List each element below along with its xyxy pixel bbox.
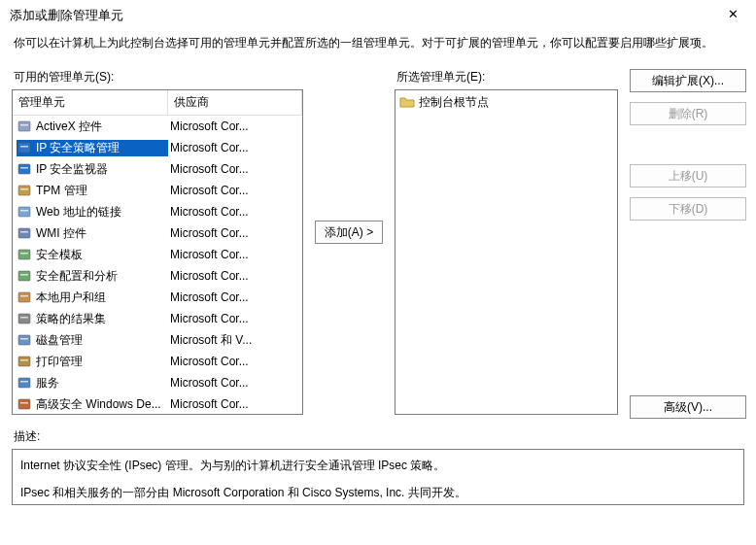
available-list[interactable]: 管理单元 供应商 ActiveX 控件Microsoft Cor...IP 安全… xyxy=(12,89,303,415)
list-item[interactable]: 服务Microsoft Cor... xyxy=(13,372,302,393)
item-vendor: Microsoft 和 V... xyxy=(168,332,298,349)
item-name: 服务 xyxy=(36,375,59,392)
users-icon xyxy=(17,290,32,305)
item-name: 安全配置和分析 xyxy=(36,268,118,285)
description-box: Internet 协议安全性 (IPsec) 管理。为与别的计算机进行安全通讯管… xyxy=(12,449,744,505)
titlebar: 添加或删除管理单元 ✕ xyxy=(0,0,756,27)
item-vendor: Microsoft Cor... xyxy=(168,355,298,368)
svg-rect-3 xyxy=(20,146,28,148)
svg-rect-2 xyxy=(18,143,30,153)
svg-rect-0 xyxy=(18,121,30,131)
svg-rect-4 xyxy=(18,164,30,174)
close-button[interactable]: ✕ xyxy=(719,6,746,25)
list-item[interactable]: 磁盘管理Microsoft 和 V... xyxy=(13,329,302,351)
item-name: WMI 控件 xyxy=(36,225,86,242)
list-item[interactable]: IP 安全策略管理Microsoft Cor... xyxy=(13,137,302,158)
item-vendor: Microsoft Cor... xyxy=(168,226,298,240)
svg-rect-25 xyxy=(20,381,28,383)
item-name: 策略的结果集 xyxy=(36,311,106,327)
svg-rect-5 xyxy=(20,167,28,169)
list-item[interactable]: 本地用户和组Microsoft Cor... xyxy=(13,287,302,308)
list-item[interactable]: IP 安全监视器Microsoft Cor... xyxy=(13,158,302,180)
svg-rect-9 xyxy=(20,210,28,212)
item-name: ActiveX 控件 xyxy=(36,119,102,135)
svg-rect-1 xyxy=(20,124,28,126)
header-name[interactable]: 管理单元 xyxy=(13,90,168,115)
svg-rect-8 xyxy=(18,207,30,217)
header-vendor[interactable]: 供应商 xyxy=(168,90,302,115)
svg-rect-14 xyxy=(18,271,30,281)
svg-rect-16 xyxy=(18,292,30,302)
item-name: IP 安全监视器 xyxy=(36,161,108,178)
services-icon xyxy=(17,375,32,391)
list-item[interactable]: 安全配置和分析Microsoft Cor... xyxy=(13,265,302,287)
item-vendor: Microsoft Cor... xyxy=(168,376,298,390)
item-name: IP 安全策略管理 xyxy=(36,140,120,156)
add-button[interactable]: 添加(A) > xyxy=(315,221,383,244)
link-icon xyxy=(17,204,32,220)
svg-rect-26 xyxy=(18,399,30,409)
item-name: 本地用户和组 xyxy=(36,290,106,306)
tpm-icon xyxy=(17,183,32,198)
item-vendor: Microsoft Cor... xyxy=(168,290,298,304)
list-item[interactable]: Web 地址的链接Microsoft Cor... xyxy=(13,201,302,222)
selected-label: 所选管理单元(E): xyxy=(396,69,618,85)
item-vendor: Microsoft Cor... xyxy=(168,312,298,325)
disk-icon xyxy=(17,332,32,348)
move-down-button[interactable]: 下移(D) xyxy=(630,197,746,221)
tree-root-label: 控制台根节点 xyxy=(419,94,489,111)
item-name: Web 地址的链接 xyxy=(36,204,121,221)
firewall-icon xyxy=(17,396,32,412)
move-up-button[interactable]: 上移(U) xyxy=(630,164,746,187)
svg-rect-15 xyxy=(20,274,28,276)
close-icon: ✕ xyxy=(728,7,739,21)
svg-rect-17 xyxy=(20,295,28,297)
item-vendor: Microsoft Cor... xyxy=(168,205,298,219)
list-item[interactable]: 打印管理Microsoft Cor... xyxy=(13,351,302,372)
wmi-icon xyxy=(17,225,32,241)
svg-rect-24 xyxy=(18,378,30,388)
item-vendor: Microsoft Cor... xyxy=(168,162,298,176)
intro-text: 你可以在计算机上为此控制台选择可用的管理单元并配置所选的一组管理单元。对于可扩展… xyxy=(0,27,756,65)
console-root-node[interactable]: 控制台根节点 xyxy=(399,92,613,112)
svg-rect-20 xyxy=(18,335,30,345)
list-item[interactable]: WMI 控件Microsoft Cor... xyxy=(13,222,302,244)
item-vendor: Microsoft Cor... xyxy=(168,184,298,197)
svg-rect-13 xyxy=(20,253,28,255)
svg-rect-23 xyxy=(20,359,28,361)
window-title: 添加或删除管理单元 xyxy=(10,7,123,24)
sec-config-icon xyxy=(17,268,32,284)
sec-template-icon xyxy=(17,247,32,262)
remove-button[interactable]: 删除(R) xyxy=(630,102,746,125)
description-line2: IPsec 和相关服务的一部分由 Microsoft Corporation 和… xyxy=(20,483,736,502)
list-item[interactable]: 安全模板Microsoft Cor... xyxy=(13,244,302,265)
item-vendor: Microsoft Cor... xyxy=(168,119,298,133)
svg-rect-7 xyxy=(20,188,28,190)
print-icon xyxy=(17,354,32,369)
list-header[interactable]: 管理单元 供应商 xyxy=(13,90,302,116)
svg-rect-10 xyxy=(18,228,30,238)
item-vendor: Microsoft Cor... xyxy=(168,397,298,411)
item-vendor: Microsoft Cor... xyxy=(168,141,298,154)
edit-extensions-button[interactable]: 编辑扩展(X)... xyxy=(630,69,746,92)
svg-rect-11 xyxy=(20,231,28,233)
description-label: 描述: xyxy=(14,428,744,445)
advanced-button[interactable]: 高级(V)... xyxy=(630,395,746,419)
svg-rect-21 xyxy=(20,338,28,340)
list-item[interactable]: 策略的结果集Microsoft Cor... xyxy=(13,308,302,329)
ipsec-monitor-icon xyxy=(17,161,32,177)
item-vendor: Microsoft Cor... xyxy=(168,269,298,283)
rsop-icon xyxy=(17,311,32,326)
svg-rect-18 xyxy=(18,314,30,324)
svg-rect-12 xyxy=(18,250,30,259)
ipsec-policy-icon xyxy=(17,140,32,155)
list-item[interactable]: TPM 管理Microsoft Cor... xyxy=(13,180,302,201)
list-item[interactable]: 高级安全 Windows De...Microsoft Cor... xyxy=(13,393,302,415)
item-name: 打印管理 xyxy=(36,354,83,370)
item-name: 安全模板 xyxy=(36,247,83,263)
selected-list[interactable]: 控制台根节点 xyxy=(395,89,618,415)
svg-rect-22 xyxy=(18,357,30,366)
folder-icon xyxy=(399,94,415,110)
list-item[interactable]: ActiveX 控件Microsoft Cor... xyxy=(13,116,302,137)
svg-rect-6 xyxy=(18,186,30,195)
